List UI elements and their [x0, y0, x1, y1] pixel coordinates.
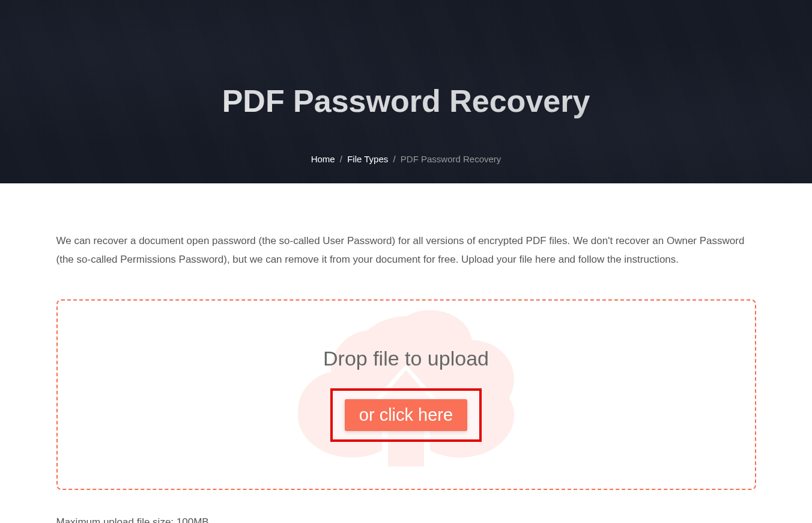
breadcrumb: Home / File Types / PDF Password Recover…: [311, 154, 501, 164]
hero-banner: PDF Password Recovery Home / File Types …: [0, 0, 812, 183]
highlight-annotation: or click here: [330, 388, 482, 442]
breadcrumb-file-types-link[interactable]: File Types: [347, 154, 388, 164]
breadcrumb-current: PDF Password Recovery: [401, 154, 501, 164]
main-content: We can recover a document open password …: [50, 231, 762, 523]
upload-click-button[interactable]: or click here: [345, 399, 467, 431]
breadcrumb-separator: /: [340, 154, 342, 164]
page-title: PDF Password Recovery: [222, 83, 590, 119]
upload-dropzone[interactable]: Drop file to upload or click here: [56, 299, 756, 490]
description-text: We can recover a document open password …: [56, 231, 756, 269]
breadcrumb-separator: /: [393, 154, 395, 164]
file-size-limit-text: Maximum upload file size: 100MB: [56, 516, 756, 523]
breadcrumb-home-link[interactable]: Home: [311, 154, 335, 164]
upload-prompt-text: Drop file to upload: [323, 347, 489, 370]
